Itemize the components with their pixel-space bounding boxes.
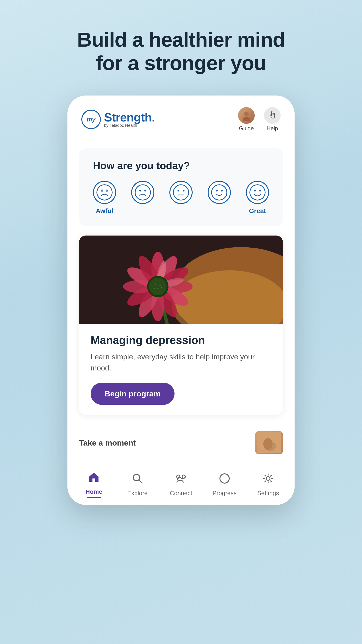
nav-settings[interactable]: Settings — [252, 472, 284, 497]
logo-text-block: Strength. by Teladoc Health — [104, 111, 155, 128]
header-icons: Guide Help — [238, 107, 281, 132]
svg-point-43 — [154, 288, 155, 289]
connect-icon — [175, 472, 187, 487]
mood-good-label: . — [218, 207, 220, 215]
home-icon — [88, 471, 100, 486]
mood-great-label: Great — [249, 207, 266, 215]
mood-awful-label: Awful — [96, 207, 113, 215]
logo-strength-text: Strength. — [104, 111, 155, 123]
mood-great-emoji — [246, 181, 269, 204]
gear-icon — [262, 472, 274, 487]
nav-home[interactable]: Home — [78, 471, 110, 498]
mood-awful[interactable]: Awful — [93, 181, 116, 215]
svg-point-0 — [244, 112, 249, 116]
mood-bad-label: . — [142, 207, 144, 215]
progress-icon — [218, 472, 230, 487]
nav-connect-label: Connect — [170, 490, 192, 497]
nav-explore-label: Explore — [127, 490, 148, 497]
mood-bad[interactable]: . — [131, 181, 154, 215]
svg-point-17 — [250, 185, 265, 200]
svg-point-11 — [178, 190, 180, 192]
nav-home-underline — [87, 497, 101, 498]
bottom-nav: Home Explore Conne — [68, 464, 294, 505]
logo-area: my Strength. by Teladoc Health — [81, 110, 155, 129]
headline-line1: Build a healthier mind — [77, 28, 285, 51]
take-moment-section: Take a moment — [79, 424, 283, 464]
help-label: Help — [266, 125, 278, 132]
mood-neutral-label: . — [180, 207, 182, 215]
logo-my-text: my — [87, 116, 96, 123]
svg-point-52 — [220, 474, 229, 483]
svg-point-10 — [173, 185, 189, 200]
nav-explore[interactable]: Explore — [121, 472, 154, 497]
feature-content: Managing depression Learn simple, everyd… — [79, 324, 283, 415]
svg-point-2 — [97, 185, 112, 200]
feature-title: Managing depression — [90, 334, 272, 346]
header-divider — [77, 139, 285, 139]
svg-point-19 — [259, 190, 261, 192]
svg-point-18 — [254, 190, 256, 192]
phone-card: my Strength. by Teladoc Health Guide — [68, 96, 294, 505]
mood-awful-emoji — [93, 181, 116, 204]
svg-point-53 — [266, 476, 270, 480]
svg-point-1 — [243, 117, 250, 121]
nav-home-label: Home — [86, 488, 102, 496]
take-moment-thumb — [255, 431, 283, 454]
svg-point-47 — [263, 438, 272, 450]
nav-connect[interactable]: Connect — [165, 472, 197, 497]
svg-line-49 — [139, 480, 142, 483]
mood-good-emoji — [208, 181, 231, 204]
svg-point-39 — [149, 278, 167, 295]
search-icon — [132, 472, 144, 487]
svg-point-9 — [144, 190, 146, 192]
nav-settings-label: Settings — [257, 490, 279, 497]
svg-point-8 — [139, 190, 141, 192]
mood-bad-emoji — [131, 181, 154, 204]
svg-point-12 — [182, 190, 184, 192]
feature-desc: Learn simple, everyday skills to help im… — [90, 351, 272, 374]
logo-circle: my — [81, 110, 101, 129]
svg-point-7 — [135, 185, 150, 200]
mood-section: How are you today? — [79, 148, 283, 226]
logo-teladoc-text: by Teladoc Health — [104, 123, 155, 128]
svg-point-15 — [216, 190, 218, 192]
take-moment-label: Take a moment — [79, 438, 136, 448]
guide-avatar — [238, 107, 255, 124]
svg-point-41 — [160, 285, 161, 286]
mood-great[interactable]: Great — [246, 181, 269, 215]
guide-label: Guide — [239, 125, 254, 132]
svg-point-16 — [221, 190, 223, 192]
mood-good[interactable]: . — [208, 181, 231, 215]
feature-card: Managing depression Learn simple, everyd… — [79, 236, 283, 415]
svg-point-42 — [157, 288, 158, 289]
app-header: my Strength. by Teladoc Health Guide — [68, 96, 294, 139]
nav-progress-label: Progress — [212, 490, 236, 497]
mood-emojis: Awful . — [93, 181, 269, 215]
svg-point-44 — [161, 287, 162, 288]
guide-button[interactable]: Guide — [238, 107, 255, 132]
mood-neutral-emoji — [170, 181, 192, 204]
feature-image — [79, 236, 283, 324]
headline-line2: for a stronger you — [96, 52, 266, 74]
mood-neutral[interactable]: . — [170, 181, 192, 215]
mood-question: How are you today? — [93, 160, 269, 172]
headline: Build a healthier mind for a stronger yo… — [77, 28, 285, 75]
help-icon-bg — [264, 107, 281, 124]
nav-progress[interactable]: Progress — [208, 472, 241, 497]
begin-program-button[interactable]: Begin program — [90, 383, 174, 405]
help-button[interactable]: Help — [264, 107, 281, 132]
svg-point-14 — [212, 185, 227, 200]
svg-point-40 — [155, 284, 156, 285]
